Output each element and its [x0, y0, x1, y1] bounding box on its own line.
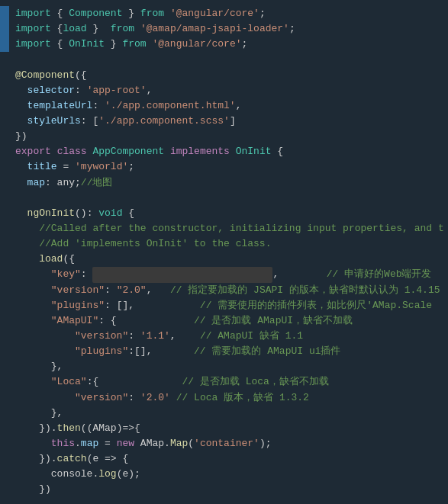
- code-token: "Loca": [51, 376, 87, 387]
- line-gutter: [0, 252, 9, 267]
- code-token: {: [51, 8, 69, 19]
- code-line: },: [0, 406, 448, 421]
- code-token: Component: [69, 8, 122, 19]
- code-token: AppComponent: [92, 146, 164, 157]
- code-token: [15, 315, 51, 326]
- code-token: :: [81, 268, 93, 280]
- code-token: "key": [51, 268, 81, 280]
- code-token: "AMapUI": [51, 315, 98, 326]
- code-token: {: [51, 23, 63, 34]
- line-content: "Loca":{ // 是否加载 Loca，缺省不加载: [15, 374, 448, 390]
- line-content: title = 'myworld';: [15, 159, 448, 175]
- line-content: "version": '1.1', // AMapUI 缺省 1.1: [15, 329, 448, 344]
- line-content: }).catch(e => {: [15, 451, 448, 467]
- code-token: );: [259, 438, 272, 449]
- code-token: //Add 'implements OnInit' to the class.: [39, 238, 271, 249]
- code-token: ():: [75, 207, 98, 219]
- code-token: [15, 300, 51, 311]
- code-token: : {: [98, 315, 194, 326]
- code-token: // 是否加载 Loca，缺省不加载: [182, 376, 328, 387]
- line-content: export class AppComponent implements OnI…: [15, 144, 448, 159]
- code-line: import { OnInit } from '@angular/core';: [0, 37, 448, 52]
- code-token: //Called after the constructor, initiali…: [39, 223, 444, 234]
- code-token: log: [98, 468, 116, 480]
- code-line: this.map = new AMap.Map('container');: [0, 436, 448, 451]
- code-token: ;: [289, 23, 295, 34]
- code-token: [15, 253, 39, 265]
- code-token: ,: [170, 330, 200, 342]
- code-token: ;: [259, 8, 266, 19]
- line-content: //Add 'implements OnInit' to the class.: [15, 236, 448, 252]
- code-line: "plugins": [], // 需要使用的的插件列表，如比例尺'AMap.S…: [0, 298, 448, 313]
- code-token: console.: [15, 468, 98, 480]
- code-token: [15, 161, 27, 172]
- line-content: "AMapUI": { // 是否加载 AMapUI，缺省不加载: [15, 313, 448, 329]
- line-gutter: [0, 6, 9, 21]
- code-token: ,: [272, 268, 326, 280]
- line-content: load({: [15, 252, 448, 267]
- code-token: ,: [147, 284, 170, 296]
- code-line: }).then((AMap)=>{: [0, 421, 448, 436]
- code-line: "Loca":{ // 是否加载 Loca，缺省不加载: [0, 374, 448, 390]
- code-token: // 需要加载的 AMapUI ui插件: [194, 345, 340, 357]
- line-gutter: [0, 482, 9, 497]
- line-content: },: [15, 359, 448, 374]
- line-gutter: [0, 374, 9, 390]
- code-token: }).: [15, 453, 57, 464]
- code-token: [15, 330, 75, 342]
- code-token: from: [140, 8, 164, 19]
- code-token: ;: [242, 38, 248, 50]
- line-gutter: [0, 359, 9, 374]
- code-token: =: [57, 161, 75, 172]
- line-content: }).then((AMap)=>{: [15, 421, 448, 436]
- line-content: this.map = new AMap.Map('container');: [15, 436, 448, 451]
- code-token: (e);: [117, 468, 140, 480]
- code-token: 'container': [194, 438, 259, 449]
- code-token: map: [27, 177, 45, 188]
- code-line: }): [0, 482, 448, 497]
- code-token: "2.0": [117, 284, 147, 296]
- code-token: load: [39, 253, 63, 265]
- code-token: },: [15, 361, 63, 372]
- code-token: : [],: [105, 300, 200, 311]
- code-token: ({: [63, 253, 75, 265]
- code-token: ]: [230, 115, 236, 127]
- line-gutter: [0, 191, 9, 206]
- code-token: import: [15, 8, 51, 19]
- line-gutter: [0, 175, 9, 191]
- code-line: "plugins":[], // 需要加载的 AMapUI ui插件: [0, 344, 448, 359]
- code-line: title = 'myworld';: [0, 159, 448, 175]
- code-token: '@angular/core': [170, 8, 259, 19]
- line-content: "plugins":[], // 需要加载的 AMapUI ui插件: [15, 344, 448, 359]
- line-gutter: [0, 298, 9, 313]
- code-line: //Called after the constructor, initiali…: [0, 221, 448, 236]
- code-token: Map: [170, 438, 188, 449]
- code-token: load: [63, 23, 86, 34]
- code-token: map: [81, 438, 98, 449]
- line-content: @Component({: [15, 68, 448, 83]
- code-line: import { Component } from '@angular/core…: [0, 6, 448, 21]
- code-token: ({: [75, 69, 87, 81]
- code-token: "plugins": [51, 300, 105, 311]
- code-token: // Loca 版本，缺省 1.3.2: [176, 392, 309, 403]
- line-gutter: [0, 68, 9, 83]
- code-token: 'app-root': [87, 85, 147, 96]
- code-line: "version": '2.0' // Loca 版本，缺省 1.3.2: [0, 390, 448, 406]
- code-token: "version": [75, 392, 128, 403]
- line-content: "version": "2.0", // 指定要加载的 JSAPI 的版本，缺省…: [15, 283, 448, 298]
- line-content: [15, 52, 448, 67]
- line-gutter: [0, 129, 9, 144]
- code-token: (e => {: [87, 453, 129, 464]
- line-gutter: [0, 313, 9, 329]
- line-content: ngOnInit(): void {: [15, 206, 448, 221]
- line-content: "key": , // 申请好的Web端开发: [15, 267, 448, 282]
- code-token: new: [117, 438, 134, 449]
- code-token: [170, 392, 176, 403]
- code-line: },: [0, 359, 448, 374]
- code-token: {: [51, 38, 69, 50]
- line-content: }): [15, 482, 448, 497]
- code-token: }).: [15, 422, 57, 434]
- line-content: "plugins": [], // 需要使用的的插件列表，如比例尺'AMap.S…: [15, 298, 448, 313]
- line-gutter: [0, 283, 9, 298]
- code-token: from: [122, 38, 146, 50]
